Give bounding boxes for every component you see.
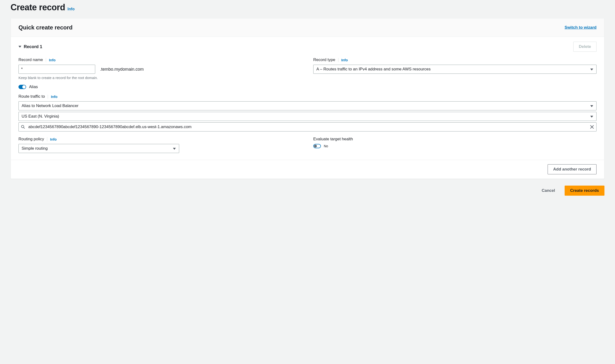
record-type-info-link[interactable]: Info — [338, 58, 348, 62]
switch-to-wizard-link[interactable]: Switch to wizard — [565, 25, 597, 30]
record-name-label: Record name — [18, 57, 43, 62]
cancel-button[interactable]: Cancel — [536, 186, 560, 195]
record-name-info-link[interactable]: Info — [46, 58, 56, 62]
evaluate-health-value: No — [324, 144, 328, 148]
delete-record-button[interactable]: Delete — [573, 42, 597, 52]
search-icon — [21, 125, 25, 129]
routing-policy-info-link[interactable]: Info — [47, 137, 57, 141]
create-records-button[interactable]: Create records — [565, 186, 604, 196]
panel-title: Quick create record — [18, 24, 72, 31]
record-type-label: Record type — [313, 57, 335, 62]
evaluate-health-label: Evaluate target health — [313, 137, 353, 142]
add-another-record-button[interactable]: Add another record — [548, 164, 597, 174]
svg-line-1 — [24, 127, 25, 129]
evaluate-health-toggle[interactable] — [313, 144, 321, 148]
routing-policy-select[interactable]: Simple routing — [18, 144, 179, 153]
close-icon[interactable] — [590, 125, 594, 129]
alias-toggle-label: Alias — [29, 85, 38, 89]
routing-policy-label: Routing policy — [18, 137, 44, 142]
quick-create-panel: Quick create record Switch to wizard Rec… — [11, 18, 604, 179]
load-balancer-select[interactable]: abcdef1234567890abcdef1234567890-1234567… — [18, 122, 597, 131]
svg-point-0 — [21, 125, 24, 128]
record-heading: Record 1 — [24, 44, 42, 49]
domain-suffix: .tembo.mydomain.com — [100, 67, 144, 72]
page-title: Create record — [11, 2, 65, 13]
page-info-link[interactable]: Info — [68, 7, 75, 11]
region-select[interactable]: US East (N. Virginia) — [18, 112, 597, 121]
route-traffic-info-link[interactable]: Info — [48, 95, 57, 99]
record-name-hint: Keep blank to create a record for the ro… — [18, 76, 302, 80]
record-type-select[interactable]: A – Routes traffic to an IPv4 address an… — [313, 65, 597, 74]
route-traffic-label: Route traffic to — [18, 94, 45, 99]
record-name-input[interactable] — [18, 65, 95, 74]
endpoint-type-select[interactable]: Alias to Network Load Balancer — [18, 101, 597, 110]
alias-toggle[interactable] — [18, 85, 26, 89]
caret-down-icon[interactable] — [18, 46, 21, 48]
